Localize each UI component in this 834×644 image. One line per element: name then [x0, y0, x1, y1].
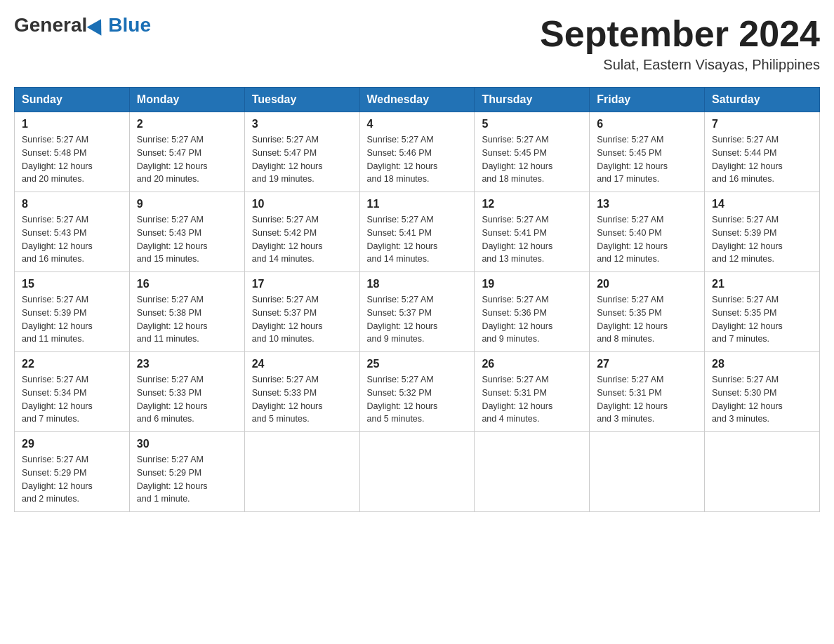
day-number: 28: [712, 358, 812, 370]
calendar-header-row: SundayMondayTuesdayWednesdayThursdayFrid…: [15, 88, 820, 112]
column-header-tuesday: Tuesday: [244, 88, 359, 112]
day-info: Sunrise: 5:27 AMSunset: 5:44 PMDaylight:…: [712, 133, 812, 186]
calendar-cell: 4Sunrise: 5:27 AMSunset: 5:46 PMDaylight…: [359, 112, 475, 192]
day-info: Sunrise: 5:27 AMSunset: 5:31 PMDaylight:…: [482, 373, 582, 426]
day-number: 6: [597, 118, 697, 130]
day-number: 7: [712, 118, 812, 130]
calendar-cell: 2Sunrise: 5:27 AMSunset: 5:47 PMDaylight…: [129, 112, 244, 192]
calendar-week-row: 29Sunrise: 5:27 AMSunset: 5:29 PMDayligh…: [15, 432, 820, 512]
day-info: Sunrise: 5:27 AMSunset: 5:42 PMDaylight:…: [252, 213, 352, 266]
logo: General Blue: [14, 14, 151, 36]
calendar-cell: 9Sunrise: 5:27 AMSunset: 5:43 PMDaylight…: [129, 192, 244, 272]
calendar-cell: 3Sunrise: 5:27 AMSunset: 5:47 PMDaylight…: [244, 112, 359, 192]
calendar-cell: 19Sunrise: 5:27 AMSunset: 5:36 PMDayligh…: [475, 272, 590, 352]
month-title: September 2024: [540, 14, 820, 54]
day-number: 9: [137, 198, 237, 210]
calendar-week-row: 22Sunrise: 5:27 AMSunset: 5:34 PMDayligh…: [15, 352, 820, 432]
calendar-cell: 14Sunrise: 5:27 AMSunset: 5:39 PMDayligh…: [705, 192, 820, 272]
calendar-cell: 21Sunrise: 5:27 AMSunset: 5:35 PMDayligh…: [705, 272, 820, 352]
calendar-cell: 13Sunrise: 5:27 AMSunset: 5:40 PMDayligh…: [590, 192, 705, 272]
day-number: 4: [367, 118, 468, 130]
day-info: Sunrise: 5:27 AMSunset: 5:29 PMDaylight:…: [22, 453, 122, 506]
calendar-cell: 16Sunrise: 5:27 AMSunset: 5:38 PMDayligh…: [129, 272, 244, 352]
column-header-friday: Friday: [590, 88, 705, 112]
day-info: Sunrise: 5:27 AMSunset: 5:39 PMDaylight:…: [22, 293, 122, 346]
day-info: Sunrise: 5:27 AMSunset: 5:43 PMDaylight:…: [22, 213, 122, 266]
day-info: Sunrise: 5:27 AMSunset: 5:37 PMDaylight:…: [367, 293, 468, 346]
column-header-monday: Monday: [129, 88, 244, 112]
calendar-cell: 22Sunrise: 5:27 AMSunset: 5:34 PMDayligh…: [15, 352, 130, 432]
day-number: 16: [137, 278, 237, 290]
calendar-cell: 6Sunrise: 5:27 AMSunset: 5:45 PMDaylight…: [590, 112, 705, 192]
day-info: Sunrise: 5:27 AMSunset: 5:29 PMDaylight:…: [137, 453, 237, 506]
day-number: 19: [482, 278, 582, 290]
day-number: 25: [367, 358, 468, 370]
calendar-cell: [475, 432, 590, 512]
calendar-cell: 7Sunrise: 5:27 AMSunset: 5:44 PMDaylight…: [705, 112, 820, 192]
calendar-cell: 17Sunrise: 5:27 AMSunset: 5:37 PMDayligh…: [244, 272, 359, 352]
column-header-thursday: Thursday: [475, 88, 590, 112]
calendar-cell: 27Sunrise: 5:27 AMSunset: 5:31 PMDayligh…: [590, 352, 705, 432]
calendar-cell: [359, 432, 475, 512]
location-subtitle: Sulat, Eastern Visayas, Philippines: [540, 57, 820, 73]
day-info: Sunrise: 5:27 AMSunset: 5:32 PMDaylight:…: [367, 373, 468, 426]
day-number: 1: [22, 118, 122, 130]
calendar-table: SundayMondayTuesdayWednesdayThursdayFrid…: [14, 87, 820, 512]
page-header: General Blue September 2024 Sulat, Easte…: [14, 14, 820, 73]
day-info: Sunrise: 5:27 AMSunset: 5:30 PMDaylight:…: [712, 373, 812, 426]
calendar-cell: 26Sunrise: 5:27 AMSunset: 5:31 PMDayligh…: [475, 352, 590, 432]
day-info: Sunrise: 5:27 AMSunset: 5:46 PMDaylight:…: [367, 133, 468, 186]
calendar-cell: 12Sunrise: 5:27 AMSunset: 5:41 PMDayligh…: [475, 192, 590, 272]
calendar-cell: 5Sunrise: 5:27 AMSunset: 5:45 PMDaylight…: [475, 112, 590, 192]
calendar-cell: 25Sunrise: 5:27 AMSunset: 5:32 PMDayligh…: [359, 352, 475, 432]
calendar-cell: 29Sunrise: 5:27 AMSunset: 5:29 PMDayligh…: [15, 432, 130, 512]
day-info: Sunrise: 5:27 AMSunset: 5:45 PMDaylight:…: [597, 133, 697, 186]
day-number: 21: [712, 278, 812, 290]
day-number: 2: [137, 118, 237, 130]
calendar-cell: 20Sunrise: 5:27 AMSunset: 5:35 PMDayligh…: [590, 272, 705, 352]
calendar-cell: 30Sunrise: 5:27 AMSunset: 5:29 PMDayligh…: [129, 432, 244, 512]
logo-general-text: General: [14, 14, 87, 36]
day-number: 24: [252, 358, 352, 370]
calendar-cell: 15Sunrise: 5:27 AMSunset: 5:39 PMDayligh…: [15, 272, 130, 352]
day-number: 30: [137, 438, 237, 450]
calendar-cell: 1Sunrise: 5:27 AMSunset: 5:48 PMDaylight…: [15, 112, 130, 192]
day-number: 13: [597, 198, 697, 210]
calendar-week-row: 15Sunrise: 5:27 AMSunset: 5:39 PMDayligh…: [15, 272, 820, 352]
day-info: Sunrise: 5:27 AMSunset: 5:39 PMDaylight:…: [712, 213, 812, 266]
calendar-cell: [590, 432, 705, 512]
day-info: Sunrise: 5:27 AMSunset: 5:35 PMDaylight:…: [712, 293, 812, 346]
day-number: 18: [367, 278, 468, 290]
day-info: Sunrise: 5:27 AMSunset: 5:41 PMDaylight:…: [367, 213, 468, 266]
day-number: 5: [482, 118, 582, 130]
day-number: 14: [712, 198, 812, 210]
day-number: 15: [22, 278, 122, 290]
day-info: Sunrise: 5:27 AMSunset: 5:41 PMDaylight:…: [482, 213, 582, 266]
calendar-cell: 18Sunrise: 5:27 AMSunset: 5:37 PMDayligh…: [359, 272, 475, 352]
day-info: Sunrise: 5:27 AMSunset: 5:40 PMDaylight:…: [597, 213, 697, 266]
logo-blue-text: Blue: [108, 14, 151, 36]
day-info: Sunrise: 5:27 AMSunset: 5:37 PMDaylight:…: [252, 293, 352, 346]
calendar-cell: 8Sunrise: 5:27 AMSunset: 5:43 PMDaylight…: [15, 192, 130, 272]
day-number: 10: [252, 198, 352, 210]
day-info: Sunrise: 5:27 AMSunset: 5:47 PMDaylight:…: [137, 133, 237, 186]
day-number: 8: [22, 198, 122, 210]
calendar-cell: 28Sunrise: 5:27 AMSunset: 5:30 PMDayligh…: [705, 352, 820, 432]
day-info: Sunrise: 5:27 AMSunset: 5:33 PMDaylight:…: [137, 373, 237, 426]
day-info: Sunrise: 5:27 AMSunset: 5:38 PMDaylight:…: [137, 293, 237, 346]
calendar-week-row: 8Sunrise: 5:27 AMSunset: 5:43 PMDaylight…: [15, 192, 820, 272]
day-info: Sunrise: 5:27 AMSunset: 5:33 PMDaylight:…: [252, 373, 352, 426]
day-number: 11: [367, 198, 468, 210]
calendar-cell: 24Sunrise: 5:27 AMSunset: 5:33 PMDayligh…: [244, 352, 359, 432]
day-number: 22: [22, 358, 122, 370]
calendar-cell: 23Sunrise: 5:27 AMSunset: 5:33 PMDayligh…: [129, 352, 244, 432]
calendar-cell: 11Sunrise: 5:27 AMSunset: 5:41 PMDayligh…: [359, 192, 475, 272]
day-number: 26: [482, 358, 582, 370]
day-info: Sunrise: 5:27 AMSunset: 5:36 PMDaylight:…: [482, 293, 582, 346]
day-info: Sunrise: 5:27 AMSunset: 5:43 PMDaylight:…: [137, 213, 237, 266]
day-info: Sunrise: 5:27 AMSunset: 5:45 PMDaylight:…: [482, 133, 582, 186]
day-info: Sunrise: 5:27 AMSunset: 5:48 PMDaylight:…: [22, 133, 122, 186]
day-info: Sunrise: 5:27 AMSunset: 5:35 PMDaylight:…: [597, 293, 697, 346]
calendar-cell: 10Sunrise: 5:27 AMSunset: 5:42 PMDayligh…: [244, 192, 359, 272]
calendar-week-row: 1Sunrise: 5:27 AMSunset: 5:48 PMDaylight…: [15, 112, 820, 192]
